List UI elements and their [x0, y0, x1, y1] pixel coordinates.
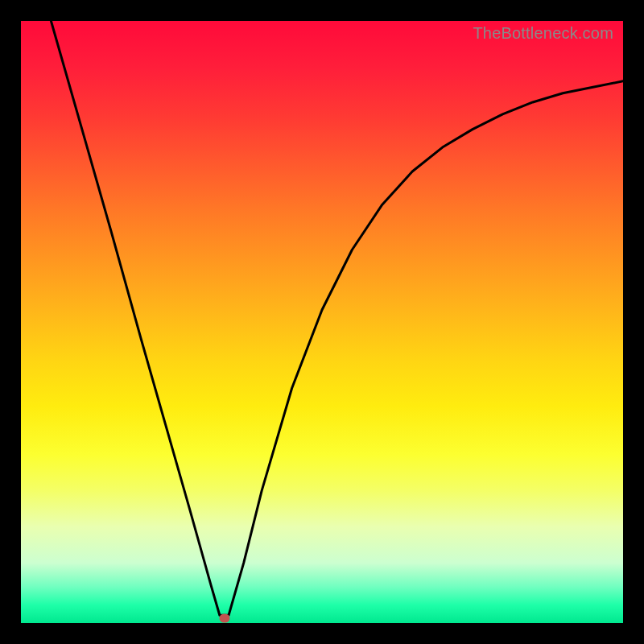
plot-area: TheBottleneck.com [21, 21, 623, 623]
curve-svg [21, 21, 623, 623]
watermark-text: TheBottleneck.com [473, 24, 613, 43]
minimum-marker [219, 614, 229, 623]
chart-frame: TheBottleneck.com [0, 0, 644, 644]
bottleneck-curve [51, 21, 623, 615]
